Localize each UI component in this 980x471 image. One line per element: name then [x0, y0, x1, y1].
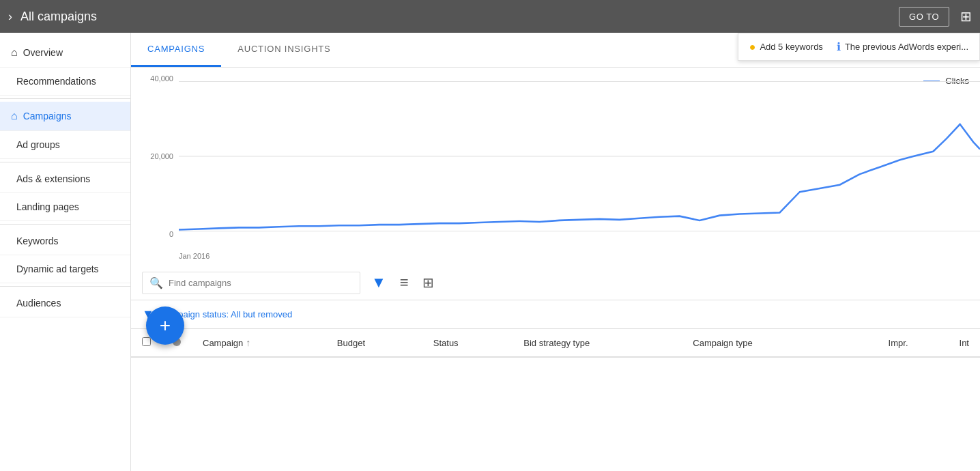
sidebar-divider-4: [0, 286, 130, 287]
sidebar-label-campaigns: Campaigns: [23, 111, 72, 122]
sidebar-label-audiences: Audiences: [16, 298, 61, 309]
table-container: Campaign ↑ Budget Status Bid strategy ty…: [131, 329, 980, 471]
sidebar-item-ad-groups[interactable]: Ad groups: [0, 131, 130, 159]
filter-icon-btn[interactable]: ▼: [369, 271, 389, 294]
sidebar-divider-3: [0, 224, 130, 225]
sidebar-label-keywords: Keywords: [16, 235, 58, 246]
chart-canvas-wrapper: [179, 74, 980, 238]
notification-banner: ● Add 5 keywords ℹ The previous AdWords …: [738, 33, 980, 61]
th-int-label: Int: [960, 338, 969, 348]
notification-item-keywords[interactable]: ● Add 5 keywords: [749, 41, 823, 53]
home-icon: ⌂: [11, 46, 18, 59]
tab-auction-insights[interactable]: AUCTION INSIGHTS: [221, 33, 347, 67]
sidebar-divider-2: [0, 162, 130, 162]
th-status[interactable]: Status: [422, 329, 513, 357]
search-box: 🔍: [142, 272, 360, 294]
columns-icon-btn[interactable]: ⊞: [420, 272, 437, 294]
sidebar-toggle-icon[interactable]: ›: [8, 10, 12, 24]
sidebar-item-recommendations[interactable]: Recommendations: [0, 68, 130, 96]
tab-campaigns[interactable]: CAMPAIGNS: [131, 33, 221, 67]
toolbar-row: 🔍 ▼ ≡ ⊞: [131, 266, 980, 300]
sidebar-item-overview[interactable]: ⌂ Overview: [0, 38, 130, 68]
menu-icon-btn[interactable]: ≡: [397, 271, 412, 294]
campaigns-icon: ⌂: [11, 110, 18, 122]
header-actions: GO TO ⊞: [899, 7, 972, 27]
search-input[interactable]: [169, 278, 353, 288]
content-area: All time Jan 28, CAMPAIGNS AUCTION INSIG…: [131, 33, 980, 471]
sidebar-label-overview: Overview: [23, 47, 63, 58]
th-budget-label: Budget: [337, 338, 365, 348]
sidebar-item-keywords[interactable]: Keywords: [0, 227, 130, 255]
chart-svg: [179, 74, 980, 238]
th-campaign[interactable]: Campaign ↑: [192, 329, 326, 357]
th-bid-strategy-type[interactable]: Bid strategy type: [513, 329, 682, 357]
info-icon: ℹ: [837, 40, 841, 53]
notification-item-adwords[interactable]: ℹ The previous AdWords experi...: [837, 40, 968, 53]
fab-add-button[interactable]: +: [146, 306, 184, 345]
select-all-checkbox[interactable]: [142, 337, 151, 346]
table-header-row: Campaign ↑ Budget Status Bid strategy ty…: [131, 329, 980, 357]
th-status-label: Status: [433, 338, 459, 348]
sidebar-label-landing-pages: Landing pages: [16, 201, 79, 212]
page-title: All campaigns: [20, 10, 899, 24]
notification-text-adwords: The previous AdWords experi...: [845, 42, 968, 52]
sidebar-item-audiences[interactable]: Audiences: [0, 289, 130, 317]
go-to-button[interactable]: GO TO: [899, 7, 949, 27]
sidebar-label-ads-extensions: Ads & extensions: [16, 173, 90, 184]
th-bid-strategy-label: Bid strategy type: [523, 338, 590, 348]
warning-icon: ●: [749, 41, 756, 53]
th-impr-label: Impr.: [889, 338, 908, 348]
x-axis-label: Jan 2016: [179, 252, 210, 260]
th-impr[interactable]: Impr.: [839, 329, 919, 357]
sidebar-item-dynamic-ad-targets[interactable]: Dynamic ad targets: [0, 255, 130, 283]
y-label-20k: 20,000: [136, 152, 173, 160]
sidebar-divider-1: [0, 98, 130, 99]
th-campaign-label: Campaign: [203, 338, 243, 348]
sidebar-label-ad-groups: Ad groups: [16, 139, 60, 150]
main-layout: ⌂ Overview Recommendations ⌂ Campaigns A…: [0, 33, 980, 471]
sidebar-item-landing-pages[interactable]: Landing pages: [0, 193, 130, 221]
notification-text-keywords: Add 5 keywords: [760, 42, 823, 52]
th-campaign-type[interactable]: Campaign type: [682, 329, 839, 357]
y-label-40k: 40,000: [136, 74, 173, 83]
sidebar: ⌂ Overview Recommendations ⌂ Campaigns A…: [0, 33, 131, 471]
sidebar-item-campaigns[interactable]: ⌂ Campaigns: [0, 102, 130, 131]
filter-row: ▼ Campaign status: All but removed: [131, 300, 980, 329]
th-campaign-type-label: Campaign type: [693, 338, 752, 348]
data-table: Campaign ↑ Budget Status Bid strategy ty…: [131, 329, 980, 358]
th-budget[interactable]: Budget: [326, 329, 422, 357]
y-label-0: 0: [136, 230, 173, 238]
search-icon: 🔍: [149, 276, 163, 289]
th-int[interactable]: Int: [919, 329, 981, 357]
header-bar: › All campaigns GO TO ⊞ ● Add 5 keywords…: [0, 0, 980, 33]
filter-value: All but removed: [231, 309, 292, 319]
sidebar-item-ads-extensions[interactable]: Ads & extensions: [0, 165, 130, 193]
sort-icon-campaign[interactable]: ↑: [246, 337, 250, 348]
y-axis-labels: 40,000 20,000 0: [131, 68, 179, 238]
grid-icon[interactable]: ⊞: [960, 8, 972, 25]
sidebar-label-recommendations: Recommendations: [16, 76, 96, 87]
sidebar-label-dynamic-ad-targets: Dynamic ad targets: [16, 263, 99, 274]
chart-area: Clicks 40,000 20,000 0 Jan: [131, 68, 980, 266]
